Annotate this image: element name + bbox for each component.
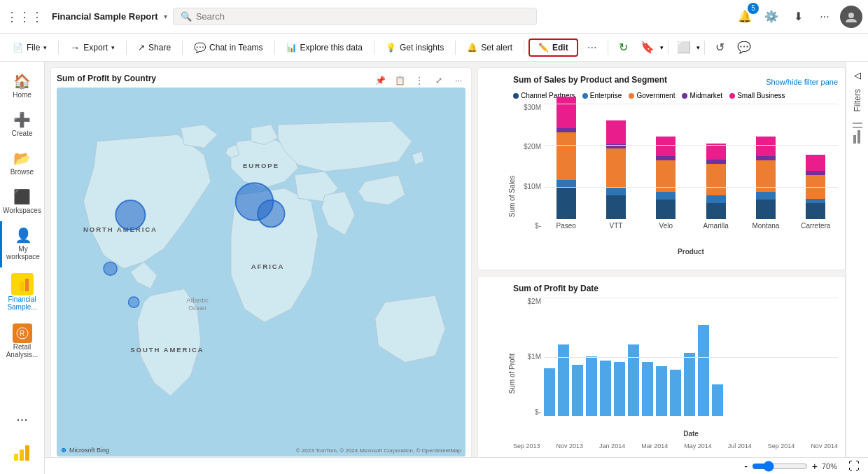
file-button[interactable]: 📄 File ▾	[6, 40, 54, 55]
export-button[interactable]: → Export ▾	[63, 39, 122, 56]
legend-item: Government	[629, 92, 675, 99]
divider-2	[126, 41, 127, 55]
sidebar-item-browse[interactable]: 📂 Browse	[2, 144, 43, 181]
svg-rect-6	[14, 454, 18, 461]
refresh-button[interactable]: ↻	[612, 36, 635, 59]
map-pin-button[interactable]: 📌	[372, 72, 388, 89]
bar-segment	[556, 188, 576, 219]
bar-group: Carretera	[794, 155, 838, 230]
collapse-filter-button[interactable]: ◁	[851, 67, 864, 83]
chat-teams-button[interactable]: 💬 Chat in Teams	[187, 39, 270, 56]
bar-segment	[706, 144, 726, 160]
stacked-bar[interactable]	[606, 120, 626, 219]
profit-bar[interactable]	[614, 362, 625, 416]
svg-rect-3	[25, 279, 29, 291]
bar-segment	[656, 137, 676, 156]
svg-point-17	[258, 200, 284, 227]
notification-bell[interactable]: 🔔 5	[734, 6, 756, 28]
main-layout: 🏠 Home ➕ Create 📂 Browse ⬛ Workspaces 👤 …	[0, 62, 868, 474]
svg-rect-2	[20, 281, 24, 291]
filters-label[interactable]: Filters	[853, 89, 862, 112]
divider-9	[668, 41, 668, 55]
zoom-out-button[interactable]: -	[744, 461, 748, 472]
share-button[interactable]: ↗ Share	[131, 40, 178, 55]
profit-bar[interactable]	[698, 325, 709, 416]
bookmark-chevron[interactable]: ▾	[660, 44, 664, 51]
bar-segment	[706, 164, 726, 195]
explore-button[interactable]: 📊 Explore this data	[279, 40, 370, 55]
svg-text:AFRICA: AFRICA	[251, 263, 285, 270]
sidebar-item-home[interactable]: 🏠 Home	[2, 67, 43, 104]
profit-bar[interactable]	[558, 344, 569, 416]
stacked-bar[interactable]	[556, 97, 576, 219]
edit-icon: ✏️	[538, 43, 549, 53]
map-expand-button[interactable]: ⤢	[430, 72, 447, 89]
bar-segment	[556, 132, 576, 180]
grid-line-profit-top	[544, 298, 838, 298]
profit-bar[interactable]	[712, 384, 723, 416]
stacked-chart-title: Sum of Sales by Product and Segment	[513, 75, 667, 85]
avatar[interactable]	[840, 6, 862, 28]
profit-bar[interactable]	[586, 356, 597, 416]
profit-bar[interactable]	[572, 365, 583, 416]
create-icon: ➕	[13, 111, 31, 128]
insights-button[interactable]: 💡 Get insights	[379, 40, 451, 55]
reload-button[interactable]: ↺	[709, 36, 732, 59]
my-workspace-label: My workspace	[5, 245, 41, 260]
grid-icon[interactable]: ⋮⋮⋮	[6, 9, 43, 25]
app-title-chevron[interactable]: ▾	[164, 13, 167, 20]
settings-button[interactable]: ⚙️	[760, 6, 783, 28]
profit-bar[interactable]	[684, 353, 695, 416]
profit-yticks: $2M$1M$-	[513, 298, 541, 416]
fullscreen-toggle[interactable]: ⛶	[848, 460, 860, 473]
comment-button[interactable]: 💬	[733, 36, 755, 59]
svg-rect-1	[15, 284, 19, 291]
bookmark-button[interactable]: 🔖	[636, 36, 659, 59]
profit-bar[interactable]	[544, 368, 555, 416]
sidebar-item-retail[interactable]: R Retail Analysis...	[2, 318, 43, 364]
search-box[interactable]: 🔍	[173, 8, 537, 25]
edit-button[interactable]: ✏️ Edit	[528, 39, 578, 57]
stacked-bar[interactable]	[706, 144, 726, 219]
download-button[interactable]: ⬇	[787, 6, 809, 28]
fullscreen-button[interactable]: ⬜	[673, 36, 695, 59]
y-ticks: $30M$20M$10M$-	[513, 104, 541, 230]
svg-point-19	[128, 297, 139, 307]
map-copy-button[interactable]: 📋	[391, 72, 408, 89]
profit-bar[interactable]	[642, 362, 653, 416]
map-more-button[interactable]: ···	[450, 72, 467, 89]
profit-bar[interactable]	[656, 366, 667, 416]
profit-bar[interactable]	[670, 370, 681, 416]
legend-item: Midmarket	[682, 92, 722, 99]
sidebar-item-financial[interactable]: Financial Sample...	[2, 267, 43, 316]
alert-button[interactable]: 🔔 Set alert	[460, 40, 519, 55]
browse-label: Browse	[10, 168, 34, 176]
map-svg: NORTH AMERICA EUROPE AFRICA SOUTH AMERIC…	[57, 88, 465, 456]
sidebar-item-my-workspace[interactable]: 👤 My workspace	[2, 221, 44, 266]
more-button[interactable]: ···	[813, 6, 836, 28]
show-hide-filter-button[interactable]: Show/hide filter pane	[766, 78, 838, 86]
profit-y-tick: $1M	[528, 353, 541, 361]
zoom-slider[interactable]	[752, 461, 808, 472]
map-filter-button[interactable]: ⋮	[411, 72, 428, 89]
stacked-bar[interactable]	[656, 137, 676, 219]
sidebar-item-more[interactable]: ···	[2, 405, 43, 434]
sidebar-item-workspaces[interactable]: ⬛ Workspaces	[2, 183, 43, 220]
stacked-bar[interactable]	[756, 137, 776, 219]
profit-bar[interactable]	[628, 344, 639, 416]
fullscreen-chevron[interactable]: ▾	[696, 44, 700, 51]
search-input[interactable]	[196, 11, 529, 22]
profit-x-label: May 2014	[684, 442, 712, 449]
share-icon: ↗	[138, 43, 145, 53]
map-credit: ⊕ Microsoft Bing	[61, 447, 109, 454]
toolbar-more-button[interactable]: ···	[581, 36, 603, 59]
svg-point-15	[115, 200, 145, 230]
bing-label: Microsoft Bing	[69, 447, 109, 454]
svg-text:Ocean: Ocean	[188, 305, 206, 312]
legend-label: Midmarket	[690, 92, 722, 99]
profit-bar[interactable]	[600, 361, 611, 416]
grid-line-top	[544, 104, 838, 104]
svg-rect-20	[853, 135, 856, 144]
zoom-in-button[interactable]: +	[812, 461, 818, 472]
sidebar-item-create[interactable]: ➕ Create	[2, 106, 43, 143]
